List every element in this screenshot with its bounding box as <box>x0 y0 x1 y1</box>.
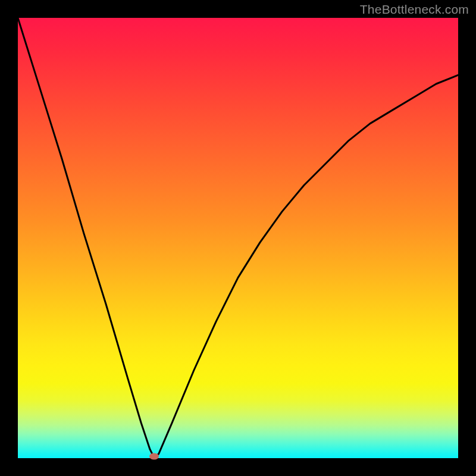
optimal-point-marker <box>149 453 159 460</box>
plot-area <box>18 18 458 458</box>
chart-frame: TheBottleneck.com <box>0 0 476 476</box>
curve-path <box>18 18 458 458</box>
watermark-text: TheBottleneck.com <box>360 2 469 17</box>
bottleneck-curve <box>18 18 458 458</box>
